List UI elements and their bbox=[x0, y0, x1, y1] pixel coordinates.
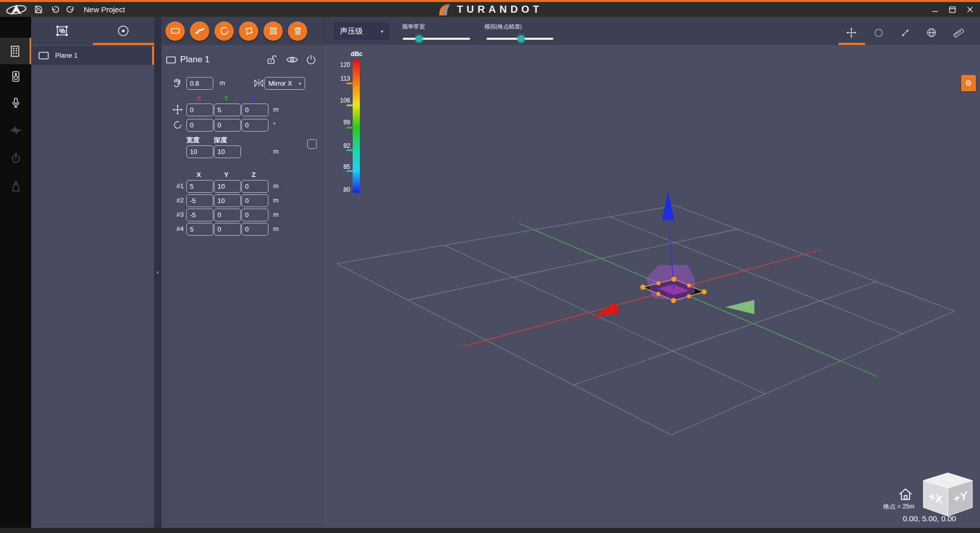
window-bottom-edge bbox=[0, 528, 980, 533]
corner3-x-input[interactable] bbox=[186, 209, 213, 221]
depth-input[interactable] bbox=[214, 145, 241, 158]
rotation-y-input[interactable] bbox=[214, 119, 241, 132]
mirror-select[interactable]: Mirror X ▾ bbox=[264, 77, 305, 90]
add-rectangle-button[interactable] bbox=[165, 21, 185, 41]
panel-divider: ‹ bbox=[154, 17, 161, 528]
corner-row-label: #2 bbox=[168, 196, 184, 204]
delete-button[interactable] bbox=[288, 21, 307, 41]
scene-3d[interactable] bbox=[323, 17, 980, 528]
settings-flyout-button[interactable]: ⚙ bbox=[961, 75, 976, 91]
ear-icon bbox=[172, 78, 183, 90]
maximize-button[interactable] bbox=[947, 5, 958, 15]
colorbar-side-tick bbox=[347, 127, 353, 129]
active-tool-underline bbox=[839, 43, 865, 45]
move-tool-button[interactable] bbox=[845, 27, 857, 39]
corner2-unit: m bbox=[273, 196, 279, 204]
listener-distance-input[interactable] bbox=[186, 77, 213, 90]
visibility-icon[interactable] bbox=[286, 54, 299, 65]
corner4-x-input[interactable] bbox=[186, 223, 213, 236]
sidebar-item-speakers[interactable] bbox=[0, 63, 31, 90]
sidebar-item-timing[interactable] bbox=[0, 145, 31, 171]
globe-tool-button[interactable] bbox=[925, 27, 938, 39]
tab-geometry[interactable] bbox=[31, 17, 93, 45]
mirror-icon bbox=[254, 78, 264, 88]
corner-row-label: #3 bbox=[168, 211, 184, 218]
sidebar-item-microphones[interactable] bbox=[0, 90, 31, 116]
display-mode-select[interactable]: 声压级 ▾ bbox=[334, 22, 389, 40]
stopwatch-icon bbox=[10, 152, 22, 164]
colorbar-tick: 92 bbox=[330, 142, 350, 149]
save-button[interactable] bbox=[33, 4, 44, 15]
orbit-tool-button[interactable] bbox=[872, 27, 885, 39]
listener-unit: m bbox=[219, 79, 225, 87]
add-ribbon-button[interactable] bbox=[190, 21, 209, 41]
axis-labels-row: X Y Z bbox=[161, 94, 323, 102]
dimension-labels-row: 宽度 深度 bbox=[161, 136, 323, 144]
axis-z-label: Z bbox=[252, 94, 259, 102]
corner-row-1: #1 m bbox=[161, 180, 323, 193]
display-mode-value: 声压级 bbox=[340, 27, 363, 36]
gear-icon: ⚙ bbox=[965, 79, 972, 88]
corner-header-x: X bbox=[197, 171, 204, 179]
add-polygon-button[interactable] bbox=[239, 21, 258, 41]
position-y-input[interactable] bbox=[214, 104, 241, 116]
viewport-3d: 声压级 ▾ 频率带宽 模拟(格点精度) bbox=[323, 17, 980, 528]
colorbar-tick: 106 bbox=[330, 97, 350, 104]
corner-row-4: #4 m bbox=[161, 223, 323, 236]
rotation-x-input[interactable] bbox=[186, 119, 213, 132]
position-z-input[interactable] bbox=[241, 104, 268, 116]
sidebar-item-venue[interactable] bbox=[0, 38, 31, 64]
precision-slider-track[interactable] bbox=[486, 38, 553, 40]
view-cube[interactable]: +X +Y bbox=[922, 472, 973, 519]
corner2-y-input[interactable] bbox=[214, 194, 241, 207]
sidebar bbox=[0, 17, 31, 528]
minimize-button[interactable] bbox=[930, 5, 940, 15]
corner1-y-input[interactable] bbox=[214, 180, 241, 193]
bandwidth-slider-track[interactable] bbox=[403, 38, 470, 40]
brand-logo-icon bbox=[437, 3, 452, 16]
tab-sources[interactable] bbox=[93, 17, 155, 45]
corner1-x-input[interactable] bbox=[186, 180, 213, 193]
corner1-z-input[interactable] bbox=[241, 180, 268, 193]
sidebar-item-signal[interactable] bbox=[0, 117, 31, 144]
precision-slider-knob[interactable] bbox=[518, 35, 525, 42]
position-row: m bbox=[161, 104, 323, 116]
unlock-icon[interactable] bbox=[266, 54, 279, 66]
shape-toolbar bbox=[161, 17, 323, 45]
cursor-coordinates: 0.00, 5.00, 0.00 bbox=[889, 514, 970, 523]
rotation-z-input[interactable] bbox=[241, 119, 268, 132]
corner2-x-input[interactable] bbox=[186, 194, 213, 207]
colorbar-tick: 85 bbox=[330, 163, 350, 170]
sidebar-item-load[interactable] bbox=[0, 173, 31, 200]
scale-tool-button[interactable] bbox=[899, 27, 911, 39]
add-circle-button[interactable] bbox=[214, 21, 234, 41]
object-title: Plane 1 bbox=[180, 55, 210, 65]
project-name: New Project bbox=[84, 5, 125, 14]
corner4-y-input[interactable] bbox=[214, 223, 241, 236]
rectangle-icon bbox=[38, 52, 49, 60]
measure-tool-button[interactable] bbox=[952, 27, 965, 39]
width-input[interactable] bbox=[186, 145, 213, 158]
colorbar-tick: 99 bbox=[330, 119, 350, 126]
position-x-input[interactable] bbox=[186, 104, 213, 116]
corner2-z-input[interactable] bbox=[241, 194, 268, 207]
undo-button[interactable] bbox=[49, 4, 60, 15]
corner4-z-input[interactable] bbox=[241, 223, 268, 236]
power-icon[interactable] bbox=[305, 54, 317, 66]
home-view-button[interactable] bbox=[898, 487, 913, 501]
collapse-panel-handle[interactable]: ‹ bbox=[154, 269, 161, 276]
plane-select-icon bbox=[55, 24, 69, 37]
rotate-icon bbox=[173, 120, 182, 130]
list-item-plane1[interactable]: Plane 1 bbox=[31, 46, 154, 65]
close-button[interactable] bbox=[965, 5, 975, 15]
app-logo-icon bbox=[5, 3, 28, 16]
corner3-z-input[interactable] bbox=[241, 209, 268, 221]
corner3-y-input bbox=[214, 209, 241, 221]
bandwidth-slider-knob[interactable] bbox=[415, 35, 423, 42]
chevron-down-icon: ▾ bbox=[299, 81, 301, 86]
corner-header-row: X Y Z bbox=[161, 171, 323, 179]
select-transform-button[interactable] bbox=[263, 21, 283, 41]
object-header: Plane 1 bbox=[161, 49, 323, 70]
redo-button[interactable] bbox=[65, 4, 77, 15]
colorbar-side-tick bbox=[347, 83, 353, 84]
